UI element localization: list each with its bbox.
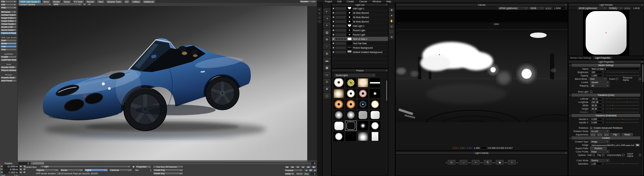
preset-thumb[interactable] [333,121,344,131]
light-flag-toggle[interactable] [341,20,343,23]
redo-button[interactable]: Redo [296,172,304,175]
light-flag-toggle[interactable] [335,7,338,10]
move-control[interactable]: + [472,160,480,165]
sidebar-item-stop[interactable]: Stop [0,48,17,51]
latitude-field[interactable]: -26.11 [590,97,602,100]
step-field[interactable]: 1 [311,172,316,175]
tab-utilities[interactable]: Utilities [130,0,142,3]
section-transform-core[interactable]: ▼ Transform (Core) [569,94,640,97]
region-tool-icon[interactable]: ⊕ [389,35,394,39]
light-flag-toggle[interactable] [343,12,346,14]
half-checkbox[interactable] [593,154,595,156]
light-flag-toggle[interactable] [335,20,338,23]
menu-window[interactable]: Window [373,0,381,3]
visibility-eye-icon[interactable]: ◉ [332,11,335,14]
brightness-field[interactable]: 100 [590,71,602,74]
latitude-slider[interactable] [606,97,639,100]
sidebar-item-scene-editor[interactable]: Scene Editor▼ [0,29,17,32]
width-slider[interactable] [606,104,639,107]
restore-button[interactable]: Restore [590,147,607,150]
light-flag-toggle[interactable] [338,16,340,18]
light-flag-toggle[interactable] [335,29,338,32]
play-reverse-button[interactable]: ◀ [304,169,308,172]
preset-thumb[interactable] [345,99,357,109]
light-tool-icon-2[interactable]: ◓ [324,22,330,28]
light-flag-toggle[interactable] [338,7,340,10]
light-tool-icon-11[interactable]: ⊗ [324,86,330,92]
autokey-toggle[interactable]: ✓ Auto Key: All Channels ▼ [153,165,183,168]
tab-fx-tools[interactable]: FX Tools [72,0,85,3]
light-flag-toggle[interactable] [343,20,346,23]
item-list-button[interactable]: ▣ [132,165,135,168]
light-tool-icon-8[interactable]: ▦ [324,65,330,70]
dock-icon-0[interactable]: ▸ [318,8,321,11]
light-list-item[interactable]: ◉Tent Flat Side [332,41,388,46]
y-envelope-button[interactable]: E [23,168,26,171]
sidebar-item-studio-live[interactable]: Studio LIVE [0,26,17,28]
z-stepper[interactable]: ◂▸ [19,171,22,174]
brightness-slider[interactable] [606,71,639,74]
flip-button[interactable]: Flip [610,133,620,136]
drag-tool-icon[interactable]: ✋ [389,19,394,23]
sidebar-item-help[interactable]: Help▼ [0,6,17,9]
light-list-item[interactable]: ◉Round Light [332,33,388,37]
next-key-button[interactable]: ▶▶ [306,166,311,168]
sidebar-item-hide[interactable]: Hide [0,45,17,48]
rotate-control[interactable]: ↻ [484,160,492,165]
preview-channel-dropdown[interactable]: RGB(A) ▼ [608,7,623,10]
spinner-icon[interactable]: ▴▾ [602,71,604,74]
light-flag-toggle[interactable] [335,51,338,53]
preset-thumb[interactable] [369,110,381,120]
preset-thumb[interactable] [345,121,357,131]
light-flag-toggle[interactable] [338,47,340,49]
next-frame-button[interactable]: ||▶ [301,166,306,168]
preserve-alpha-checkbox[interactable] [639,78,641,80]
scale-control[interactable]: ▭ [447,160,455,165]
visibility-eye-icon[interactable]: ◉ [332,24,335,27]
frame-start-field[interactable]: 0 [18,162,30,165]
preview-colorspace-dropdown[interactable]: sRGB (rgbMonitor) ▼ [578,7,607,10]
light-flag-toggle[interactable] [335,38,338,40]
preset-thumb[interactable] [369,131,381,141]
longitude-field[interactable]: 230.38 [590,101,602,104]
position-z-value[interactable]: -7.1522 m [3,171,19,174]
sidebar-item-surface-editor[interactable]: Surface EditorF5 [0,14,17,16]
light-tool-icon-1[interactable]: ◑ [324,15,330,21]
prev-key-button[interactable]: ◀◀ [290,166,295,168]
light-list-item[interactable]: ◉3k Mole Blurred [332,19,388,24]
saturation-field[interactable]: 1.00 [590,162,602,165]
visibility-eye-icon[interactable]: ◉ [332,51,335,53]
select-tool-icon[interactable]: ➤ [389,13,394,18]
width-control[interactable]: ↔ [460,160,468,165]
preset-thumb[interactable] [345,131,357,141]
visibility-eye-icon[interactable]: ◉ [332,7,335,10]
target-control[interactable]: ◉ [496,160,504,165]
nudge-y-button[interactable]: ◂ Y ▸ [597,133,603,136]
tab-modeler-tools[interactable]: Modeler Tools [105,0,123,3]
canvas-channel-dropdown[interactable]: HSVA ▼ [529,7,544,10]
spinner-icon[interactable]: ▴▾ [602,101,604,104]
sidebar-item-presets-shelf[interactable]: Presets Shelf [0,76,17,79]
tab-i-o[interactable]: I/O [123,0,130,3]
light-flag-toggle[interactable] [338,38,340,40]
light-tool-icon-9[interactable]: ▭ [324,72,330,77]
light-flag-toggle[interactable] [335,16,338,18]
image-path-field[interactable]: /lightmap/presets/d9b0367e-eb7e-4095-aad… [590,143,634,146]
light-flag-toggle[interactable] [343,7,346,10]
light-flag-toggle[interactable] [341,51,343,53]
content-type-dropdown[interactable]: Image ▼ [590,140,609,143]
collapse-triangle-icon[interactable]: ▼ [569,115,572,117]
light-flag-toggle[interactable] [341,7,343,10]
light-tool-icon-4[interactable]: ✣ [324,37,330,42]
preset-thumb[interactable] [369,78,381,88]
light-flag-toggle[interactable] [338,34,340,36]
longitude-slider[interactable] [606,101,639,104]
visibility-eye-icon[interactable]: ◉ [332,33,335,36]
light-list-item[interactable]: ◉Tent Lit Side 1 [332,37,388,41]
reset-button[interactable]: Reset [622,133,633,136]
light-flag-toggle[interactable] [341,29,343,32]
light-tool-icon-6[interactable]: ⊛ [324,51,330,56]
light-list-item[interactable]: ◉Round Light [332,28,388,33]
light-preview-image[interactable] [569,10,644,56]
frame-end-field[interactable]: 5 [312,162,316,165]
